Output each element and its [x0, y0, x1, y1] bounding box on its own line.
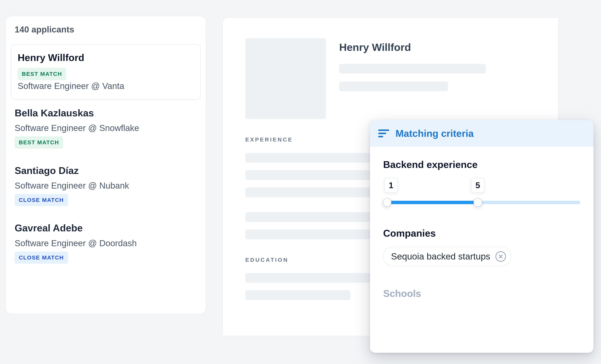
slider-fill — [387, 201, 478, 204]
applicant-item[interactable]: Gavreal Adebe Software Engineer @ Doorda… — [6, 216, 206, 274]
applicant-name: Bella Kazlauskas — [15, 106, 197, 120]
applicant-name: Henry Willford — [18, 51, 194, 64]
applicant-role: Software Engineer @ Vanta — [18, 80, 194, 92]
match-badge: BEST MATCH — [15, 136, 63, 149]
applicant-role: Software Engineer @ Doordash — [15, 237, 197, 249]
sort-icon — [378, 129, 389, 137]
backend-experience-slider[interactable]: 1 5 — [383, 178, 580, 215]
skeleton-line — [245, 170, 377, 180]
company-chip-label: Sequoia backed startups — [391, 250, 490, 263]
skeleton-line — [245, 290, 351, 300]
skeleton-line — [339, 81, 448, 91]
skeleton-line — [245, 273, 377, 283]
slider-handle-low[interactable] — [383, 198, 391, 207]
skeleton-line — [339, 64, 486, 74]
applicant-role: Software Engineer @ Snowflake — [15, 122, 197, 134]
applicant-name: Santiago Díaz — [15, 164, 197, 177]
match-badge: CLOSE MATCH — [15, 194, 68, 206]
applicant-item[interactable]: Bella Kazlauskas Software Engineer @ Sno… — [6, 101, 206, 159]
chip-remove-icon[interactable] — [495, 251, 506, 262]
applicants-panel: 140 applicants Henry Willford BEST MATCH… — [5, 16, 206, 314]
applicants-count: 140 applicants — [6, 16, 206, 37]
avatar-placeholder — [245, 38, 326, 119]
backend-experience-title: Backend experience — [383, 158, 580, 171]
schools-title: Schools — [383, 287, 580, 300]
companies-title: Companies — [383, 227, 580, 240]
slider-min-label: 1 — [384, 178, 398, 193]
detail-name: Henry Willford — [339, 40, 536, 54]
applicant-item-selected[interactable]: Henry Willford BEST MATCH Software Engin… — [11, 44, 200, 100]
slider-max-label: 5 — [471, 178, 485, 193]
applicant-item[interactable]: Santiago Díaz Software Engineer @ Nubank… — [6, 159, 206, 216]
matching-criteria-panel: Matching criteria Backend experience 1 5… — [370, 120, 593, 353]
skeleton-line — [245, 230, 377, 239]
slider-handle-high[interactable] — [473, 198, 482, 207]
matching-criteria-title: Matching criteria — [396, 127, 474, 140]
matching-criteria-header[interactable]: Matching criteria — [370, 120, 593, 147]
match-badge: CLOSE MATCH — [15, 252, 68, 264]
skeleton-line — [245, 187, 377, 197]
skeleton-line — [245, 153, 377, 163]
skeleton-line — [245, 212, 377, 222]
applicant-role: Software Engineer @ Nubank — [15, 180, 197, 192]
applicant-name: Gavreal Adebe — [15, 221, 197, 235]
match-badge: BEST MATCH — [18, 68, 66, 80]
company-chip[interactable]: Sequoia backed startups — [383, 247, 511, 267]
